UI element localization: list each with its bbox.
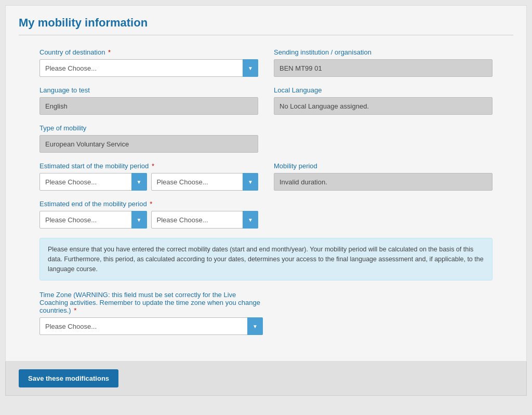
start-date-row: Please Choose... Please Choose... — [39, 173, 258, 191]
label-language-test: Language to test — [39, 86, 258, 94]
label-mobility-type: Type of mobility — [39, 124, 258, 132]
select-wrapper-country: Please Choose... — [39, 59, 258, 77]
row-start-period: Estimated start of the mobility period *… — [39, 162, 493, 191]
group-mobility-period: Mobility period Invalid duration. — [274, 162, 493, 191]
group-estimated-end: Estimated end of the mobility period * P… — [39, 200, 258, 229]
sending-institution-value: BEN MT99 01 — [274, 59, 493, 77]
select-wrapper-timezone: Please Choose... — [39, 317, 263, 335]
info-box: Please ensure that you have entered the … — [39, 238, 493, 280]
group-estimated-start: Estimated start of the mobility period *… — [39, 162, 258, 191]
group-timezone: Time Zone (WARNING: this field must be s… — [39, 291, 263, 335]
label-mobility-period: Mobility period — [274, 162, 493, 170]
required-star-end: * — [150, 200, 152, 208]
local-language-value: No Local Language assigned. — [274, 97, 493, 115]
group-language-test: Language to test English — [39, 86, 258, 115]
group-mobility-type: Type of mobility European Voluntary Serv… — [39, 124, 258, 153]
label-institution: Sending institution / organisation — [274, 48, 493, 56]
end-year-select[interactable]: Please Choose... — [151, 211, 259, 229]
group-country: Country of destination * Please Choose..… — [39, 48, 258, 77]
group-end-empty — [274, 200, 493, 229]
language-test-value: English — [39, 97, 258, 115]
bottom-bar: Save these modifications — [5, 362, 527, 396]
label-timezone: Time Zone (WARNING: this field must be s… — [39, 291, 263, 314]
save-button[interactable]: Save these modifications — [19, 369, 118, 387]
label-local-language: Local Language — [274, 86, 493, 94]
end-month-wrapper: Please Choose... — [39, 211, 147, 229]
page-title: My mobility information — [19, 16, 513, 35]
start-year-wrapper: Please Choose... — [151, 173, 259, 191]
end-month-select[interactable]: Please Choose... — [39, 211, 147, 229]
required-star-start: * — [152, 162, 154, 170]
label-estimated-start: Estimated start of the mobility period * — [39, 162, 258, 170]
required-star-country: * — [108, 48, 111, 56]
group-institution: Sending institution / organisation BEN M… — [274, 48, 493, 77]
country-destination-select[interactable]: Please Choose... — [39, 59, 258, 77]
form-section: Country of destination * Please Choose..… — [19, 43, 513, 345]
label-country: Country of destination * — [39, 48, 258, 56]
row-country-institution: Country of destination * Please Choose..… — [39, 48, 493, 77]
main-content: My mobility information Country of desti… — [5, 5, 527, 362]
required-star-timezone: * — [74, 306, 76, 314]
label-estimated-end: Estimated end of the mobility period * — [39, 200, 258, 208]
start-month-select[interactable]: Please Choose... — [39, 173, 147, 191]
start-month-wrapper: Please Choose... — [39, 173, 147, 191]
group-local-language: Local Language No Local Language assigne… — [274, 86, 493, 115]
end-date-row: Please Choose... Please Choose... — [39, 211, 258, 229]
row-mobility-type: Type of mobility European Voluntary Serv… — [39, 124, 493, 153]
mobility-type-value: European Voluntary Service — [39, 135, 258, 153]
mobility-period-value: Invalid duration. — [274, 173, 493, 191]
group-empty — [274, 124, 493, 153]
start-year-select[interactable]: Please Choose... — [151, 173, 259, 191]
timezone-select[interactable]: Please Choose... — [39, 317, 263, 335]
row-language: Language to test English Local Language … — [39, 86, 493, 115]
row-end: Estimated end of the mobility period * P… — [39, 200, 493, 229]
end-year-wrapper: Please Choose... — [151, 211, 259, 229]
